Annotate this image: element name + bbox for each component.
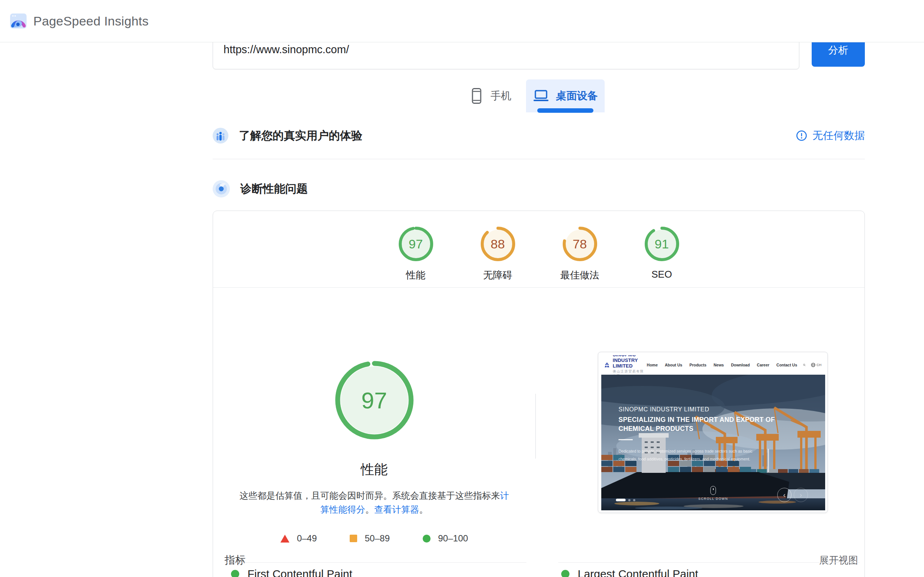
- performance-score-value: 97: [334, 359, 415, 441]
- metrics-heading: 指标: [225, 553, 246, 567]
- performance-gauge-section: 97 性能 这些都是估算值，且可能会因时而异。系统会直接基于这些指标来计算性能得…: [213, 359, 535, 544]
- site-hero: SINOPMC INDUSTRY LIMITED SPECIALIZING IN…: [601, 375, 825, 510]
- site-nav-item: Career: [757, 363, 770, 367]
- section-divider: [213, 159, 865, 159]
- site-screenshot-thumbnail[interactable]: SINOPMC INDUSTRY LIMITED 佛山泛源贸易有限公司 Home…: [598, 352, 828, 513]
- hero-description: Dedicated to provide customized services…: [619, 447, 768, 463]
- carousel-next-arrow: ›: [794, 488, 808, 502]
- hero-divider: [619, 439, 633, 440]
- diagnose-section-header: 诊断性能问题: [213, 177, 865, 201]
- desktop-icon: [533, 90, 549, 102]
- lighthouse-report-card: 97 性能 88 无障碍 78 最佳做法 91: [213, 211, 865, 577]
- carousel-prev-arrow: ‹: [777, 488, 791, 502]
- tab-desktop[interactable]: 桌面设备: [526, 79, 605, 113]
- category-score-gauge[interactable]: 97 性能: [375, 226, 457, 282]
- lighthouse-icon: [213, 180, 230, 197]
- scroll-down-indicator: SCROLL DOWN: [698, 486, 728, 501]
- carousel-dot-active: [616, 499, 626, 501]
- metric-divider-right: [558, 562, 860, 563]
- calculator-link[interactable]: 查看计算器: [374, 504, 419, 514]
- metric-status-dot-good: [561, 570, 569, 577]
- app-header: PageSpeed Insights: [0, 0, 924, 42]
- legend-item-average: 50–89: [350, 533, 390, 544]
- category-score-gauge[interactable]: 78 最佳做法: [539, 226, 621, 282]
- site-language-switch: CH: [811, 363, 821, 367]
- performance-gauge-label: 性能: [361, 461, 388, 479]
- hero-subtitle: SPECIALIZING IN THE IMPORT AND EXPORT OF…: [619, 415, 779, 433]
- no-data-label: 无任何数据: [812, 129, 865, 143]
- site-nav-item: Contact Us: [776, 363, 797, 367]
- hero-title: SINOPMC INDUSTRY LIMITED: [619, 406, 709, 413]
- site-lang-label: CH: [816, 363, 821, 367]
- vertical-divider: [535, 394, 536, 459]
- category-score-label: 最佳做法: [539, 269, 621, 282]
- legend-item-good: 90–100: [423, 533, 468, 544]
- pagespeed-logo-icon: [10, 12, 27, 30]
- category-score-gauge[interactable]: 88 无障碍: [457, 226, 539, 282]
- site-nav-item: Home: [647, 363, 658, 367]
- scroll-down-label: SCROLL DOWN: [698, 497, 728, 501]
- category-score-label: 无障碍: [457, 269, 539, 282]
- carousel-dots: [616, 499, 635, 501]
- real-users-icon: [213, 128, 228, 143]
- category-score-value: 78: [562, 226, 598, 262]
- pagespeed-insights-page: 分析 PageSpeed Insights 手机: [0, 0, 924, 577]
- metric-lcp: Largest Contentful Paint: [561, 567, 698, 577]
- carousel-dot: [633, 499, 635, 501]
- tab-mobile-label: 手机: [490, 89, 511, 103]
- metric-status-dot-good: [231, 570, 239, 577]
- carousel-arrows: ‹ ›: [777, 488, 808, 502]
- site-nav-menu: HomeAbout UsProductsNewsDownloadCareerCo…: [647, 363, 797, 367]
- selected-tab-indicator: [537, 108, 593, 113]
- site-nav-item: News: [713, 363, 724, 367]
- site-nav-item: Download: [731, 363, 749, 367]
- category-score-value: 97: [398, 226, 434, 262]
- mouse-icon: [710, 486, 716, 495]
- site-nav-item: About Us: [665, 363, 683, 367]
- site-brand: SINOPMC INDUSTRY LIMITED: [612, 355, 647, 369]
- sinopmc-logo-icon: [604, 359, 609, 371]
- disclaimer-text: 这些都是估算值，且可能会因时而异。系统会直接基于这些指标来: [239, 490, 500, 501]
- legend-item-poor: 0–49: [280, 533, 317, 544]
- category-score-gauge[interactable]: 91 SEO: [621, 226, 703, 282]
- globe-icon: [811, 363, 815, 367]
- site-search-icon: [803, 362, 806, 367]
- tab-desktop-label: 桌面设备: [556, 89, 598, 103]
- no-data-link[interactable]: 无任何数据: [796, 129, 865, 143]
- score-summary-row: 97 性能 88 无障碍 78 最佳做法 91: [213, 226, 865, 282]
- info-icon: [796, 130, 807, 141]
- field-data-title: 了解您的真实用户的体验: [239, 128, 362, 143]
- field-data-section-header: 了解您的真实用户的体验 无任何数据: [213, 124, 865, 148]
- card-divider: [213, 287, 865, 288]
- diagnose-title: 诊断性能问题: [240, 181, 308, 197]
- metric-fcp: First Contentful Paint: [231, 567, 352, 577]
- carousel-dot: [628, 499, 630, 501]
- site-nav-item: Products: [689, 363, 707, 367]
- site-preview-navbar: SINOPMC INDUSTRY LIMITED 佛山泛源贸易有限公司 Home…: [601, 355, 825, 375]
- expand-view-toggle[interactable]: 展开视图: [819, 554, 858, 567]
- metric-divider-left: [225, 562, 526, 563]
- phone-icon: [471, 88, 482, 104]
- category-score-value: 91: [644, 226, 680, 262]
- performance-gauge[interactable]: 97: [334, 359, 415, 441]
- poor-range-icon: [280, 535, 289, 543]
- tab-mobile[interactable]: 手机: [471, 79, 511, 113]
- category-score-value: 88: [480, 226, 516, 262]
- site-preview: SINOPMC INDUSTRY LIMITED 佛山泛源贸易有限公司 Home…: [601, 355, 825, 510]
- app-title: PageSpeed Insights: [33, 14, 149, 29]
- score-legend: 0–49 50–89 90–100: [271, 533, 478, 544]
- category-score-label: 性能: [375, 269, 457, 282]
- good-range-icon: [423, 535, 431, 543]
- category-score-label: SEO: [621, 269, 703, 280]
- average-range-icon: [350, 535, 357, 542]
- score-disclaimer: 这些都是估算值，且可能会因时而异。系统会直接基于这些指标来计算性能得分。查看计算…: [236, 488, 513, 516]
